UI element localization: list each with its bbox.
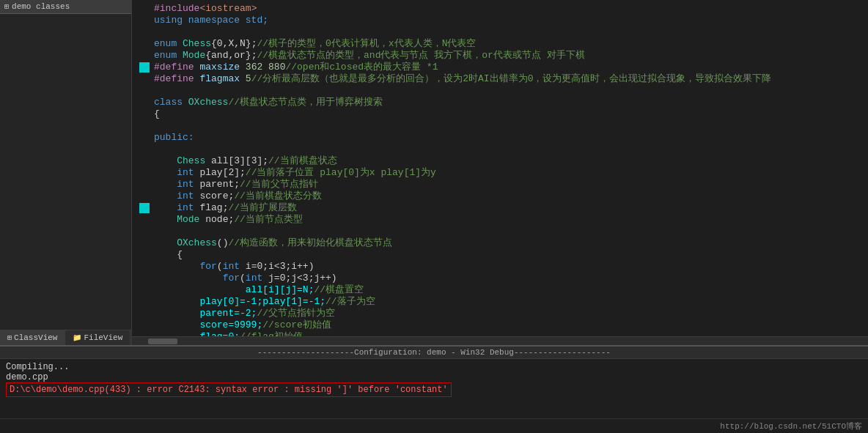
- code-text: class OXchess//棋盘状态节点类，用于博弈树搜索: [154, 97, 862, 108]
- line-marker: [138, 50, 151, 62]
- line-marker: [138, 179, 151, 190]
- output-content: Compiling... demo.cpp D:\c\demo\demo.cpp…: [0, 359, 868, 418]
- line-marker: [138, 132, 151, 144]
- line-marker: [138, 202, 151, 214]
- code-line: using namespace std;: [132, 15, 868, 26]
- line-marker: [138, 308, 151, 319]
- sidebar-header: ⊞ demo classes: [0, 0, 131, 14]
- code-line: int flag;//当前扩展层数: [132, 202, 868, 214]
- code-text: int score;//当前棋盘状态分数: [154, 190, 862, 202]
- code-line: Mode node;//当前节点类型: [132, 214, 868, 226]
- code-text: score=9999;//score初始值: [154, 319, 862, 331]
- line-marker: [138, 15, 151, 26]
- code-line: enum Mode{and,or};//棋盘状态节点的类型，and代表与节点 我…: [132, 50, 868, 62]
- line-marker: [138, 85, 151, 97]
- code-text: flag=0;//flag初始值: [154, 331, 862, 336]
- code-text: enum Chess{0,X,N};//棋子的类型，0代表计算机，x代表人类，N…: [154, 38, 862, 50]
- line-marker: [138, 97, 151, 108]
- horizontal-scrollbar[interactable]: [132, 336, 868, 345]
- code-text: [154, 26, 862, 38]
- fileview-icon: 📁: [73, 333, 81, 342]
- code-line: [132, 120, 868, 132]
- code-text: #include<iostream>: [154, 3, 862, 15]
- line-marker: [138, 273, 151, 284]
- bottom-panel: --------------------Configuration: demo …: [0, 345, 868, 433]
- code-line: public:: [132, 132, 868, 144]
- tab-fileview[interactable]: 📁 FileView: [65, 330, 130, 345]
- code-text: [154, 120, 862, 132]
- code-line: [132, 26, 868, 38]
- code-line: {: [132, 108, 868, 120]
- code-text: parent=-2;//父节点指针为空: [154, 308, 862, 319]
- code-line: enum Chess{0,X,N};//棋子的类型，0代表计算机，x代表人类，N…: [132, 38, 868, 50]
- code-text: enum Mode{and,or};//棋盘状态节点的类型，and代表与节点 我…: [154, 50, 862, 62]
- code-line: OXchess()//构造函数，用来初始化棋盘状态节点: [132, 237, 868, 249]
- code-line: for(int i=0;i<3;i++): [132, 261, 868, 273]
- line-marker: [138, 331, 151, 336]
- top-area: ⊞ demo classes ⊞ ClassView 📁 FileView #i…: [0, 0, 868, 345]
- line-marker: [138, 3, 151, 15]
- code-text: #define flagmax 5//分析最高层数（也就是最多分析的回合），设为…: [154, 73, 862, 85]
- code-line: score=9999;//score初始值: [132, 319, 868, 331]
- line-marker: [138, 108, 151, 120]
- editor-area: #include<iostream>using namespace std; e…: [132, 0, 868, 345]
- code-text: all[i][j]=N;//棋盘置空: [154, 284, 862, 296]
- breakpoint-icon[interactable]: [139, 203, 150, 213]
- line-marker: [138, 284, 151, 296]
- code-line: {: [132, 249, 868, 261]
- line-marker: [138, 155, 151, 167]
- code-text: OXchess()//构造函数，用来初始化棋盘状态节点: [154, 237, 862, 249]
- code-text: [154, 85, 862, 97]
- code-scroll[interactable]: #include<iostream>using namespace std; e…: [132, 0, 868, 336]
- sidebar: ⊞ demo classes ⊞ ClassView 📁 FileView: [0, 0, 132, 345]
- code-text: Mode node;//当前节点类型: [154, 214, 862, 226]
- status-link: http://blog.csdn.net/51CTO博客: [720, 421, 862, 432]
- code-text: using namespace std;: [154, 15, 862, 26]
- code-line: parent=-2;//父节点指针为空: [132, 308, 868, 319]
- code-line: int parent;//当前父节点指针: [132, 179, 868, 190]
- code-text: Chess all[3][3];//当前棋盘状态: [154, 155, 862, 167]
- compiling-text: Compiling...: [6, 362, 69, 372]
- line-marker: [138, 120, 151, 132]
- code-line: #define maxsize 362 880//open和closed表的最大…: [132, 62, 868, 73]
- compile-line: Compiling...: [6, 362, 862, 372]
- code-text: for(int j=0;j<3;j++): [154, 273, 862, 284]
- code-line: [132, 85, 868, 97]
- code-line: [132, 144, 868, 155]
- code-text: int flag;//当前扩展层数: [154, 202, 862, 214]
- code-line: #define flagmax 5//分析最高层数（也就是最多分析的回合），设为…: [132, 73, 868, 85]
- code-line: flag=0;//flag初始值: [132, 331, 868, 336]
- config-bar: --------------------Configuration: demo …: [0, 347, 868, 359]
- code-text: int play[2];//当前落子位置 play[0]为x play[1]为y: [154, 167, 862, 179]
- line-marker: [138, 62, 151, 73]
- code-text: [154, 144, 862, 155]
- scrollbar-thumb[interactable]: [148, 338, 177, 344]
- breakpoint-icon[interactable]: [139, 62, 150, 73]
- line-marker: [138, 237, 151, 249]
- code-line: play[0]=-1;play[1]=-1;//落子为空: [132, 296, 868, 308]
- code-line: class OXchess//棋盘状态节点类，用于博弈树搜索: [132, 97, 868, 108]
- tab-classview[interactable]: ⊞ ClassView: [0, 330, 65, 345]
- error-line: D:\c\demo\demo.cpp(433) : error C2143: s…: [6, 382, 862, 397]
- line-marker: [138, 249, 151, 261]
- line-marker: [138, 167, 151, 179]
- code-line: [132, 226, 868, 237]
- expand-icon[interactable]: ⊞: [4, 2, 9, 11]
- code-text: [154, 226, 862, 237]
- line-marker: [138, 26, 151, 38]
- line-marker: [138, 38, 151, 50]
- main-container: ⊞ demo classes ⊞ ClassView 📁 FileView #i…: [0, 0, 868, 433]
- filename-text: demo.cpp: [6, 372, 48, 382]
- filename-line: demo.cpp: [6, 372, 862, 382]
- code-line: int score;//当前棋盘状态分数: [132, 190, 868, 202]
- line-marker: [138, 296, 151, 308]
- line-marker: [138, 261, 151, 273]
- line-marker: [138, 226, 151, 237]
- code-text: for(int i=0;i<3;i++): [154, 261, 862, 273]
- code-text: {: [154, 249, 862, 261]
- code-text: #define maxsize 362 880//open和closed表的最大…: [154, 62, 862, 73]
- sidebar-content: [0, 14, 131, 330]
- line-marker: [138, 144, 151, 155]
- code-line: all[i][j]=N;//棋盘置空: [132, 284, 868, 296]
- code-text: {: [154, 108, 862, 120]
